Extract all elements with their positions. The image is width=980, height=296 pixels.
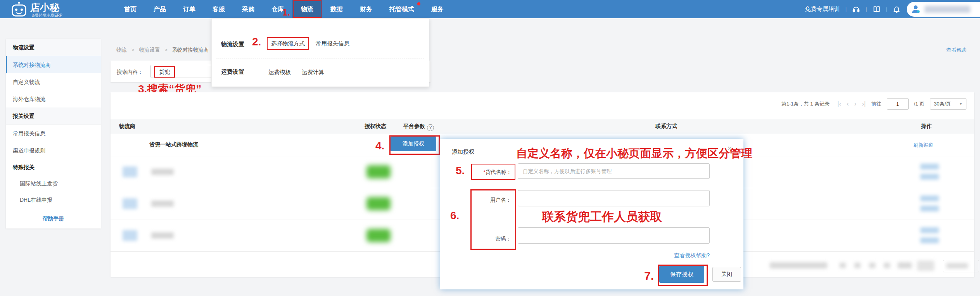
- breadcrumb-current: 系统对接物流商: [172, 47, 209, 53]
- auth-status-badge-blurred: [366, 229, 391, 242]
- page-input-blurred: [917, 261, 934, 271]
- app-name: 店小秘: [30, 1, 59, 14]
- logistics-dropdown-menu: 物流设置 2. 选择物流方式 常用报关信息 运费设置 运费模板 运费计算: [211, 18, 429, 87]
- col-header-contact: 联系方式: [655, 123, 677, 130]
- provider-name-blurred: [151, 169, 174, 175]
- prev-page-icon[interactable]: ‹: [847, 98, 849, 110]
- nav-item-products[interactable]: 产品: [145, 0, 175, 18]
- dropdown-divider: [216, 59, 424, 59]
- nav-item-data[interactable]: 数据: [322, 0, 351, 18]
- training-link[interactable]: 免费专属培训: [805, 5, 840, 13]
- nav-item-service[interactable]: 客服: [204, 0, 233, 18]
- search-label: 搜索内容：: [117, 69, 143, 76]
- pager-icon-blurred: [869, 263, 875, 268]
- nav-item-logistics[interactable]: 1. 物流: [292, 0, 322, 18]
- app-logo-robot-icon: [11, 2, 28, 17]
- user-avatar-icon: [911, 4, 921, 15]
- top-nav: 店小秘 免费跨境电商ERP 首页 产品 订单 客服 采购 仓库 1. 物流 数据…: [0, 0, 980, 18]
- view-auth-help-link[interactable]: 查看授权帮助?: [657, 252, 710, 259]
- sidebar-item-custom-logistics[interactable]: 自定义物流: [6, 73, 101, 90]
- freight-name-input[interactable]: [518, 163, 710, 179]
- action-link-blurred: [920, 164, 939, 170]
- dropdown-link-freight-calc[interactable]: 运费计算: [302, 69, 324, 76]
- provider-logo-blurred: [123, 198, 137, 209]
- action-link-blurred: [920, 227, 939, 233]
- page-total-label: /1 页: [914, 100, 925, 107]
- sidebar-subheader-special-customs: 特殊报关: [6, 159, 101, 175]
- user-account-chip[interactable]: [907, 2, 980, 17]
- nav-item-purchase[interactable]: 采购: [233, 0, 263, 18]
- add-auth-button[interactable]: 添加授权: [391, 137, 436, 151]
- view-help-link[interactable]: 查看帮助: [946, 47, 966, 54]
- bell-icon[interactable]: [893, 5, 900, 13]
- main-nav: 首页 产品 订单 客服 采购 仓库 1. 物流 数据 财务 托管模式 服务: [116, 0, 452, 18]
- add-auth-button-highlight: 添加授权: [389, 135, 440, 155]
- pagination-summary: 第1-1条，共 1 条记录: [781, 100, 830, 107]
- freight-name-label-highlight: *货代名称：: [471, 164, 515, 180]
- action-link-blurred: [920, 174, 939, 180]
- dropdown-link-select-logistics-method[interactable]: 选择物流方式: [267, 37, 309, 50]
- annotation-step-4: 4.: [375, 140, 384, 152]
- nav-item-home[interactable]: 首页: [116, 0, 145, 18]
- nav-item-services[interactable]: 服务: [423, 0, 452, 18]
- refresh-channel-link[interactable]: 刷新渠道: [913, 142, 933, 149]
- sidebar-item-common-customs-info[interactable]: 常用报关信息: [6, 125, 101, 142]
- action-link-blurred: [920, 237, 939, 243]
- password-label: 密码：: [496, 235, 512, 242]
- page-size-select[interactable]: 30条/页 ▼: [930, 98, 966, 110]
- pagination-top: 第1-1条，共 1 条记录 |‹ ‹ › ›| 前往 /1 页 30条/页 ▼: [781, 98, 966, 110]
- sidebar-item-intl-online-shipping[interactable]: 国际站线上发货: [6, 175, 101, 192]
- page-number-input[interactable]: [887, 98, 909, 110]
- username-input[interactable]: [518, 190, 710, 206]
- provider-logo-blurred: [123, 230, 137, 241]
- sidebar-item-system-providers[interactable]: 系统对接物流商: [6, 56, 101, 73]
- username-label: 用户名：: [490, 197, 511, 204]
- provider-name-blurred: [151, 201, 174, 207]
- dropdown-group-freight-settings: 运费设置: [221, 68, 244, 76]
- goto-label: 前往: [871, 100, 881, 107]
- manual-book-icon[interactable]: [873, 5, 881, 13]
- action-link-blurred: [920, 196, 939, 201]
- freight-name-label: *货代名称：: [483, 169, 512, 176]
- modal-title: 添加授权: [452, 148, 474, 156]
- screen: 店小秘 免费跨境电商ERP 首页 产品 订单 客服 采购 仓库 1. 物流 数据…: [0, 0, 980, 296]
- last-page-icon[interactable]: ›|: [862, 98, 866, 110]
- sidebar-help-manual-link[interactable]: 帮助手册: [6, 208, 101, 228]
- page-size-select-blurred: [943, 260, 979, 272]
- col-header-platform-params: 平台参数?: [403, 123, 434, 131]
- pager-icon-blurred: [854, 263, 861, 268]
- chevron-down-icon: ▼: [959, 102, 963, 106]
- modal-close-button[interactable]: 关闭: [712, 267, 741, 282]
- add-auth-modal: 添加授权 × 自定义名称，仅在小秘页面显示，方便区分管理 5. *货代名称： 用…: [440, 139, 743, 289]
- provider-name-blurred: [151, 232, 174, 239]
- breadcrumb-logistics[interactable]: 物流: [116, 47, 127, 53]
- breadcrumb-logistics-settings[interactable]: 物流设置: [139, 47, 160, 53]
- sidebar-item-overseas-warehouse[interactable]: 海外仓库物流: [6, 90, 101, 107]
- annotation-step-6: 6.: [450, 209, 459, 222]
- credentials-labels-highlight: 用户名： 密码：: [470, 189, 516, 250]
- auth-status-badge-blurred: [366, 165, 391, 178]
- next-page-icon[interactable]: ›: [854, 98, 857, 110]
- sidebar-item-channel-declare-rules[interactable]: 渠道申报规则: [6, 142, 101, 159]
- nav-item-finance[interactable]: 财务: [351, 0, 381, 18]
- col-header-actions: 操作: [921, 123, 932, 130]
- dropdown-link-freight-template[interactable]: 运费模板: [268, 69, 291, 76]
- password-input[interactable]: [518, 227, 710, 244]
- sidebar-item-dhl-online-declare[interactable]: DHL在线申报: [6, 192, 101, 208]
- dropdown-link-common-customs-info[interactable]: 常用报关信息: [316, 40, 349, 47]
- pager-icon-blurred: [884, 263, 890, 268]
- dropdown-group-logistics-settings: 物流设置: [221, 41, 244, 48]
- nav-item-hosting[interactable]: 托管模式: [381, 0, 423, 18]
- help-circle-icon[interactable]: ?: [427, 124, 434, 131]
- breadcrumb: 物流 > 物流设置 > 系统对接物流商: [116, 47, 209, 54]
- annotation-step-5: 5.: [456, 164, 465, 177]
- headset-icon[interactable]: [852, 5, 860, 13]
- sidebar: 物流设置 系统对接物流商 自定义物流 海外仓库物流 报关设置 常用报关信息 渠道…: [6, 39, 101, 228]
- first-page-icon[interactable]: |‹: [837, 98, 841, 110]
- sidebar-section-customs-settings: 报关设置: [6, 107, 101, 125]
- action-link-blurred: [920, 206, 939, 211]
- sidebar-section-logistics-settings: 物流设置: [6, 39, 101, 56]
- nav-item-orders[interactable]: 订单: [175, 0, 204, 18]
- pagination-summary-blurred: [770, 262, 827, 268]
- save-auth-button[interactable]: 保存授权: [659, 266, 704, 283]
